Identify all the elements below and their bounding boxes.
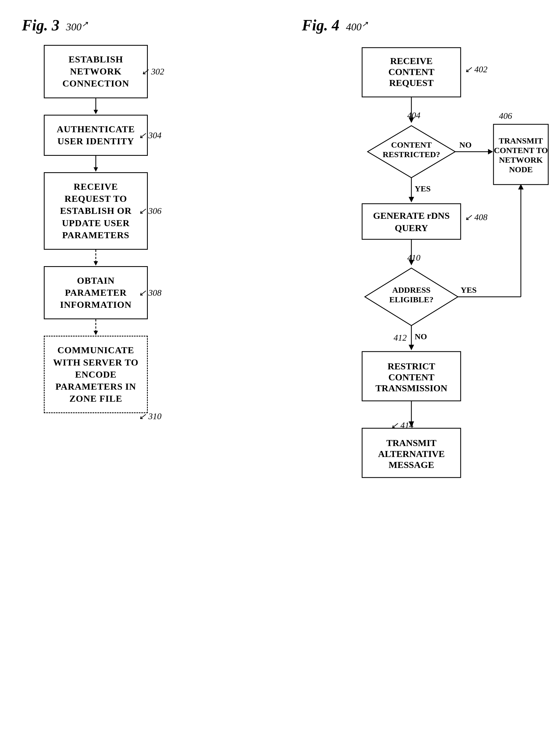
arrow-2 bbox=[93, 156, 99, 172]
svg-marker-1 bbox=[94, 110, 98, 114]
svg-text:RESTRICT: RESTRICT bbox=[388, 361, 435, 371]
svg-text:NO: NO bbox=[415, 332, 427, 341]
arrow-3 bbox=[93, 250, 99, 266]
svg-rect-31 bbox=[362, 204, 461, 239]
svg-text:406: 406 bbox=[499, 111, 512, 121]
svg-text:YES: YES bbox=[415, 184, 431, 193]
fig4-svg: RECEIVE CONTENT REQUEST ↙ 402 CONTENT RE… bbox=[285, 45, 554, 724]
arrow-4 bbox=[93, 319, 99, 336]
svg-text:ADDRESS: ADDRESS bbox=[392, 285, 431, 294]
svg-text:TRANSMISSION: TRANSMISSION bbox=[376, 383, 448, 393]
receive-request-text: RECEIVEREQUEST TOESTABLISH ORUPDATE USER… bbox=[60, 181, 132, 240]
svg-text:RECEIVE: RECEIVE bbox=[390, 56, 433, 66]
svg-text:ELIGIBLE?: ELIGIBLE? bbox=[389, 295, 434, 304]
communicate-server-text: COMMUNICATEWITH SERVER TOENCODEPARAMETER… bbox=[53, 345, 138, 404]
svg-text:404: 404 bbox=[407, 110, 420, 120]
page: Fig. 3 300↗ Fig. 4 400↗ ESTABLISHNETWORK… bbox=[0, 0, 560, 733]
svg-text:MESSAGE: MESSAGE bbox=[389, 460, 434, 470]
svg-text:TRANSMIT: TRANSMIT bbox=[499, 136, 543, 145]
communicate-server-box: COMMUNICATEWITH SERVER TOENCODEPARAMETER… bbox=[44, 336, 148, 413]
svg-marker-5 bbox=[94, 261, 98, 265]
arrow-1 bbox=[93, 98, 99, 115]
svg-text:NETWORK: NETWORK bbox=[499, 155, 543, 164]
svg-marker-3 bbox=[94, 167, 98, 172]
svg-text:410: 410 bbox=[407, 253, 420, 262]
establish-network-box: ESTABLISHNETWORKCONNECTION bbox=[44, 45, 148, 98]
fig3-title-area: Fig. 3 300↗ bbox=[22, 16, 280, 34]
fig4-title: Fig. 4 bbox=[302, 16, 339, 34]
fig4-column: RECEIVE CONTENT REQUEST ↙ 402 CONTENT RE… bbox=[280, 45, 538, 725]
svg-text:TRANSMIT: TRANSMIT bbox=[386, 438, 437, 448]
svg-text:↙ 402: ↙ 402 bbox=[465, 64, 487, 74]
fig3-flow: ESTABLISHNETWORKCONNECTION ↙ 302 AUTHENT… bbox=[33, 45, 159, 413]
svg-marker-42 bbox=[409, 345, 414, 350]
svg-text:CONTENT TO: CONTENT TO bbox=[494, 146, 548, 155]
svg-text:412: 412 bbox=[394, 333, 407, 342]
svg-marker-23 bbox=[488, 149, 493, 154]
fig4-number: 400↗ bbox=[346, 19, 368, 33]
obtain-parameter-text: OBTAINPARAMETERINFORMATION bbox=[60, 275, 132, 310]
establish-network-text: ESTABLISHNETWORKCONNECTION bbox=[62, 54, 129, 88]
fig3-number: 300↗ bbox=[66, 19, 88, 33]
svg-text:REQUEST: REQUEST bbox=[389, 78, 434, 88]
fig4-title-area: Fig. 4 400↗ bbox=[280, 16, 538, 34]
svg-marker-7 bbox=[94, 331, 98, 335]
fig-titles: Fig. 3 300↗ Fig. 4 400↗ bbox=[22, 16, 538, 34]
svg-text:GENERATE rDNS: GENERATE rDNS bbox=[373, 210, 450, 221]
receive-request-box: RECEIVEREQUEST TOESTABLISH ORUPDATE USER… bbox=[44, 172, 148, 250]
fig3-column: ESTABLISHNETWORKCONNECTION ↙ 302 AUTHENT… bbox=[22, 45, 280, 725]
svg-text:CONTENT: CONTENT bbox=[388, 372, 434, 382]
svg-text:CONTENT: CONTENT bbox=[388, 67, 434, 77]
diagrams-container: ESTABLISHNETWORKCONNECTION ↙ 302 AUTHENT… bbox=[22, 45, 538, 725]
svg-text:YES: YES bbox=[461, 285, 477, 294]
svg-marker-20 bbox=[409, 197, 414, 202]
svg-text:NO: NO bbox=[459, 140, 472, 149]
svg-text:NODE: NODE bbox=[509, 165, 533, 174]
fig3-title: Fig. 3 bbox=[22, 16, 59, 34]
svg-text:↙ 414: ↙ 414 bbox=[391, 420, 414, 430]
authenticate-user-box: AUTHENTICATEUSER IDENTITY bbox=[44, 115, 148, 156]
svg-text:ALTERNATIVE: ALTERNATIVE bbox=[378, 449, 445, 459]
obtain-parameter-box: OBTAINPARAMETERINFORMATION bbox=[44, 266, 148, 319]
svg-text:QUERY: QUERY bbox=[395, 223, 428, 233]
authenticate-user-text: AUTHENTICATEUSER IDENTITY bbox=[57, 124, 135, 146]
svg-text:CONTENT: CONTENT bbox=[391, 140, 432, 149]
svg-text:RESTRICTED?: RESTRICTED? bbox=[383, 150, 440, 159]
svg-text:↙ 408: ↙ 408 bbox=[465, 212, 487, 222]
